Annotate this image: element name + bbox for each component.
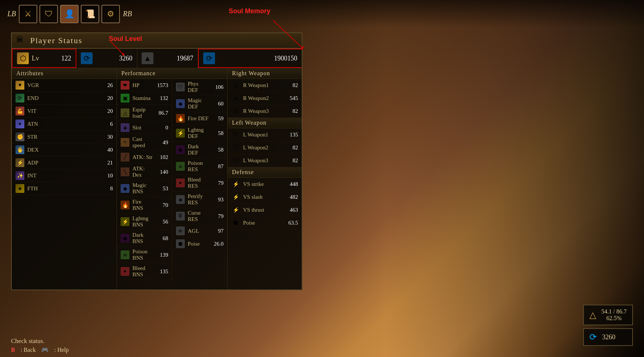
left-weapon-header: Left Weapon [228, 118, 302, 128]
stat-atk-dex: ╲ ATK: Dex 140 [117, 164, 172, 180]
hud-icon-character[interactable]: 👤 [60, 5, 79, 23]
three-col-layout: Attributes ♥ VGR 26 ⟳ END 20 💪 VIT 20 ✦ … [12, 68, 302, 290]
curse-res-value: 79 [209, 213, 224, 219]
r-weapon2-label: R Weapon2 [243, 95, 290, 101]
r-weapon1-value: 82 [292, 82, 298, 89]
slot-icon: ◈ [121, 123, 129, 132]
magic-bns-value: 53 [153, 186, 168, 192]
defense-vs-strike: ⚡ VS strike 448 [228, 178, 302, 191]
dex-label: DEX [27, 147, 98, 153]
hud-icon-shield[interactable]: 🛡 [39, 5, 58, 23]
r-weapon3-label: R Weapon3 [243, 108, 292, 114]
r-weapon3-value: 82 [292, 108, 298, 114]
poison-bns-label: Poison BNS [132, 249, 153, 261]
vgr-label: VGR [27, 82, 98, 89]
fire-def-value: 59 [209, 115, 224, 122]
atk-str-value: 102 [153, 154, 168, 160]
defense-vs-thrust: ⚡ VS thrust 463 [228, 204, 302, 216]
col-attributes: Attributes ♥ VGR 26 ⟳ END 20 💪 VIT 20 ✦ … [12, 68, 117, 290]
vs-slash-icon: ⚡ [231, 193, 240, 201]
stat-stamina: ▣ Stamina 132 [117, 92, 172, 105]
poison-bns-icon: ☠ [121, 250, 129, 259]
adp-value: 21 [98, 160, 113, 166]
lghtng-def-value: 58 [209, 130, 224, 136]
end-icon: ⟳ [15, 94, 24, 103]
l-weapon2-icon: 🛡 [231, 143, 240, 152]
hp-icon: ❤ [121, 81, 129, 90]
r-weapon2-icon: ⚔ [231, 94, 240, 103]
level-value: 122 [61, 55, 71, 62]
l-weapon1-value: 135 [290, 132, 298, 138]
cast-icon: ≈ [121, 138, 129, 147]
slot-label: Slot [132, 125, 153, 131]
bleed-bns-icon: ✦ [121, 267, 129, 276]
souls-box: ⟳ 3260 [583, 328, 633, 346]
soul-memory-arrow [255, 17, 328, 53]
l-weapon3-label: L Weapon3 [243, 157, 292, 164]
performance-header: Performance [117, 68, 227, 79]
magic-def-label: Magic DEF [188, 97, 209, 110]
equip-icon: △ [121, 108, 129, 117]
poise-value: 26.0 [209, 241, 224, 247]
magic-def-icon: ◆ [176, 99, 185, 108]
stat-dark-bns: ◉ Dark BNS 68 [117, 230, 172, 247]
hp-value: 1573 [153, 82, 168, 89]
petrify-res-icon: ◈ [176, 195, 185, 204]
r-weapon1: ⚔ R Weapon1 82 [228, 79, 302, 92]
status-text: Check status. [11, 337, 633, 345]
stat-slot: ◈ Slot 0 [117, 121, 172, 134]
defense-poise: ⬟ Poise 63.5 [228, 216, 302, 229]
r-weapon1-label: R Weapon1 [243, 82, 292, 89]
fire-bns-label: Fire BNS [132, 199, 153, 211]
stat-bleed-bns: ✦ Bleed BNS 135 [117, 263, 172, 280]
agl-value: 97 [209, 228, 224, 234]
atk-dex-label: ATK: Dex [132, 166, 153, 178]
stat-lghtng-def: ⚡ Lghtng DEF 58 [172, 125, 227, 142]
atn-value: 6 [98, 121, 113, 127]
panel-header-icon: 🏛 [16, 35, 27, 46]
controller-icon: 🎮 [41, 346, 49, 353]
curse-res-icon: ⛧ [176, 212, 185, 221]
back-button-label: B [11, 347, 15, 353]
stat-hp: ❤ HP 1573 [117, 79, 172, 92]
l-weapon3: 🛡 L Weapon3 82 [228, 154, 302, 167]
r-weapon3-icon: ⚔ [231, 107, 240, 115]
end-value: 20 [98, 95, 113, 101]
curse-res-label: Curse RES [188, 210, 209, 222]
level-label: Lv [32, 55, 39, 62]
stamina-icon: ▣ [121, 94, 129, 103]
agl-label: AGL [188, 228, 209, 234]
right-weapon-header: Right Weapon [228, 68, 302, 79]
soul-level-arrow [109, 40, 127, 58]
warrior-silhouette [386, 0, 644, 357]
dark-bns-label: Dark BNS [132, 232, 153, 245]
back-action-label: : Back [21, 347, 36, 353]
help-action-label: : Help [54, 347, 69, 353]
vs-thrust-icon: ⚡ [231, 205, 240, 214]
fth-icon: ★ [15, 184, 24, 193]
hud-icon-map[interactable]: 📜 [81, 5, 99, 23]
lghtng-def-label: Lghtng DEF [188, 127, 209, 139]
magic-bns-icon: ◆ [121, 184, 129, 193]
hud-icon-settings[interactable]: ⚙ [101, 5, 120, 23]
stat-bleed-res: ✦ Bleed RES 79 [172, 175, 227, 191]
attributes-header: Attributes [12, 68, 117, 79]
lb-label: LB [7, 10, 16, 18]
souls-box-icon: ⟳ [589, 332, 597, 342]
poison-res-icon: ☠ [176, 162, 185, 171]
vs-strike-value: 448 [290, 181, 298, 187]
cast-label: Cast speed [132, 136, 153, 149]
stat-row-dex: 🖐 DEX 40 [12, 143, 117, 156]
hud-icon-sword[interactable]: ⚔ [19, 5, 37, 23]
equip-value: 86.7 [153, 110, 168, 116]
bleed-res-value: 79 [209, 180, 224, 186]
fth-value: 8 [98, 186, 113, 192]
stat-row-vgr: ♥ VGR 26 [12, 79, 117, 92]
atk-str-icon: ╱ [121, 153, 129, 162]
poison-bns-value: 139 [153, 252, 168, 258]
lghtng-bns-icon: ⚡ [121, 217, 129, 226]
souls-current-cell: ⟳ 3260 [76, 49, 137, 68]
svg-line-2 [111, 42, 124, 55]
col-performance: Performance ❤ HP 1573 ▣ Stamina 132 △ [117, 68, 228, 290]
equip-load-box: △ 54.1 / 86.7 62.5% [583, 305, 633, 325]
